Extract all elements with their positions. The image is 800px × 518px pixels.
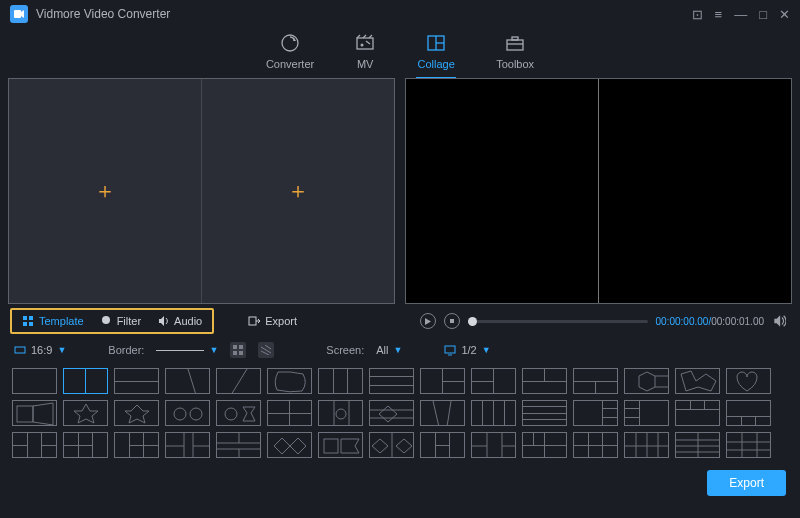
template-item[interactable] — [318, 432, 363, 458]
menu-icon[interactable]: ≡ — [715, 7, 723, 22]
svg-rect-14 — [29, 322, 33, 326]
time-total: 00:00:01.00 — [711, 316, 764, 327]
template-item[interactable] — [726, 432, 771, 458]
template-item[interactable] — [12, 400, 57, 426]
template-item[interactable] — [675, 368, 720, 394]
border-color-button[interactable] — [230, 342, 246, 358]
svg-rect-22 — [239, 351, 243, 355]
progress-head[interactable] — [468, 317, 477, 326]
template-item[interactable] — [573, 368, 618, 394]
template-item[interactable] — [114, 432, 159, 458]
template-item[interactable] — [675, 432, 720, 458]
template-item[interactable] — [12, 432, 57, 458]
collage-slot-2[interactable]: ＋ — [202, 79, 394, 303]
template-item[interactable] — [63, 400, 108, 426]
template-item[interactable] — [675, 400, 720, 426]
template-row — [12, 368, 788, 394]
template-item[interactable] — [369, 400, 414, 426]
collage-slot-1[interactable]: ＋ — [9, 79, 202, 303]
footer: Export — [0, 464, 800, 502]
aspect-ratio-dropdown[interactable]: 16:9 ▼ — [14, 344, 66, 356]
border-style-dropdown[interactable]: ▼ — [156, 345, 218, 355]
border-label: Border: — [108, 344, 144, 356]
subtab-template[interactable]: Template — [14, 311, 92, 331]
template-item[interactable] — [420, 400, 465, 426]
template-item[interactable] — [573, 432, 618, 458]
template-item[interactable] — [369, 432, 414, 458]
svg-marker-34 — [33, 403, 53, 425]
border-preview — [156, 350, 204, 351]
template-item[interactable] — [471, 368, 516, 394]
tab-toolbox[interactable]: Toolbox — [496, 32, 534, 70]
template-item[interactable] — [318, 400, 363, 426]
template-item[interactable] — [471, 432, 516, 458]
border-pattern-button[interactable] — [258, 342, 274, 358]
template-item[interactable] — [369, 368, 414, 394]
template-item[interactable] — [267, 400, 312, 426]
template-item[interactable] — [726, 400, 771, 426]
export-icon — [248, 315, 260, 327]
template-item[interactable] — [624, 368, 669, 394]
template-item[interactable] — [216, 400, 261, 426]
maximize-icon[interactable]: □ — [759, 7, 767, 22]
stop-button[interactable] — [444, 313, 460, 329]
feedback-icon[interactable]: ⊡ — [692, 7, 703, 22]
template-item[interactable] — [165, 432, 210, 458]
volume-icon[interactable] — [772, 314, 786, 328]
subtab-template-label: Template — [39, 315, 84, 327]
export-button[interactable]: Export — [707, 470, 786, 496]
close-icon[interactable]: ✕ — [779, 7, 790, 22]
svg-point-43 — [336, 409, 346, 419]
svg-marker-40 — [243, 407, 255, 421]
template-item[interactable] — [267, 368, 312, 394]
template-item-active[interactable] — [63, 368, 108, 394]
minimize-icon[interactable]: — — [734, 7, 747, 22]
settings-bar: 16:9 ▼ Border: ▼ Screen: All ▼ 1/2 ▼ — [0, 336, 800, 364]
template-item[interactable] — [63, 432, 108, 458]
template-item[interactable] — [471, 400, 516, 426]
svg-line-47 — [433, 401, 439, 425]
template-item[interactable] — [522, 368, 567, 394]
subtab-filter[interactable]: Filter — [92, 311, 149, 331]
svg-rect-33 — [17, 406, 33, 422]
template-item[interactable] — [420, 368, 465, 394]
page-selector[interactable]: 1/2 ▼ — [444, 344, 490, 356]
svg-rect-13 — [23, 322, 27, 326]
tab-collage[interactable]: Collage — [416, 32, 456, 78]
template-item[interactable] — [522, 400, 567, 426]
filter-icon — [100, 315, 112, 327]
template-item[interactable] — [522, 432, 567, 458]
svg-rect-3 — [357, 38, 373, 49]
tab-mv[interactable]: MV — [354, 32, 376, 70]
svg-marker-36 — [125, 405, 149, 423]
tab-converter[interactable]: Converter — [266, 32, 314, 70]
subtab-audio[interactable]: Audio — [149, 311, 210, 331]
window-controls: ⊡ ≡ — □ ✕ — [692, 7, 790, 22]
template-item[interactable] — [624, 400, 669, 426]
screen-dropdown[interactable]: All ▼ — [376, 344, 402, 356]
svg-rect-9 — [512, 37, 518, 40]
template-item[interactable] — [726, 368, 771, 394]
play-button[interactable] — [420, 313, 436, 329]
svg-rect-15 — [249, 317, 256, 325]
svg-rect-11 — [23, 316, 27, 320]
svg-rect-21 — [233, 351, 237, 355]
template-item[interactable] — [624, 432, 669, 458]
preview-pane — [405, 78, 792, 304]
template-item[interactable] — [573, 400, 618, 426]
template-item[interactable] — [216, 432, 261, 458]
template-item[interactable] — [420, 432, 465, 458]
template-item[interactable] — [165, 400, 210, 426]
template-item[interactable] — [216, 368, 261, 394]
template-item[interactable] — [114, 400, 159, 426]
template-grid — [0, 364, 800, 464]
template-item[interactable] — [165, 368, 210, 394]
template-item[interactable] — [12, 368, 57, 394]
time-display: 00:00:00.00/00:00:01.00 — [656, 316, 764, 327]
template-item[interactable] — [318, 368, 363, 394]
subtab-export[interactable]: Export — [240, 311, 305, 331]
template-item[interactable] — [114, 368, 159, 394]
template-item[interactable] — [267, 432, 312, 458]
preview-slot-1 — [406, 79, 599, 303]
progress-bar[interactable] — [468, 320, 648, 323]
